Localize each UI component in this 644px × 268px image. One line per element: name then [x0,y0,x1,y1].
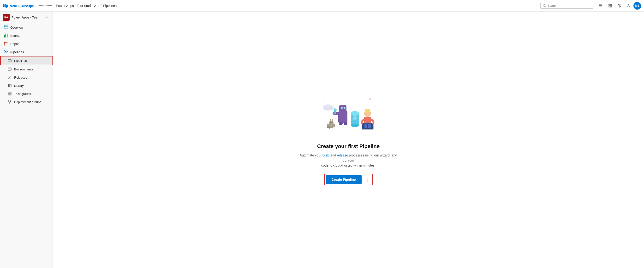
releases-icon [8,75,12,80]
svg-rect-53 [338,111,348,123]
sidebar-item-environments-label: Environments [14,68,33,71]
svg-point-20 [4,42,5,43]
svg-rect-35 [8,84,9,87]
svg-rect-19 [7,34,8,38]
svg-point-77 [365,109,370,112]
environments-icon [8,67,12,71]
svg-point-51 [323,106,328,110]
svg-marker-67 [332,119,334,121]
sidebar-item-pipelines-sub-label: Pipelines [14,59,27,63]
svg-rect-25 [8,59,11,62]
sidebar-item-releases[interactable]: Releases [0,73,52,81]
sidebar-item-repos-label: Repos [10,42,20,46]
add-project-button[interactable]: + [44,15,50,20]
svg-point-75 [353,116,357,120]
svg-rect-9 [610,6,612,7]
svg-point-11 [619,7,619,7]
svg-point-33 [9,76,10,77]
svg-line-1 [545,6,546,7]
user-avatar-button[interactable]: MS [634,2,641,10]
repos-icon [4,42,8,46]
project-header: PA Power Apps - Test Stud... + [0,12,52,23]
svg-point-68 [330,122,331,123]
action-row: Create Pipeline ⋮ [324,174,372,185]
pipelines-header-icon [4,50,8,54]
svg-rect-17 [4,35,5,38]
sidebar-item-deployment-groups-label: Deployment groups [14,100,41,104]
project-avatar: PA [3,14,10,21]
svg-rect-16 [6,28,8,29]
sidebar-item-overview-label: Overview [10,26,23,29]
sidebar-item-environments[interactable]: Environments [0,65,52,73]
search-icon [543,4,546,8]
svg-point-12 [628,5,629,6]
release-link[interactable]: release [337,153,348,157]
svg-point-0 [543,4,545,6]
svg-rect-39 [8,93,11,94]
svg-rect-55 [341,107,343,109]
notifications-button[interactable] [597,2,605,10]
breadcrumb: •••••••••••• / Power Apps - Test Studio … [39,4,538,8]
more-options-icon: ⋮ [365,177,370,182]
svg-rect-82 [368,123,371,128]
sidebar-item-pipelines-header[interactable]: Pipelines [0,48,52,56]
sidebar-item-boards-label: Boards [10,34,20,38]
profile-settings-button[interactable] [624,2,632,10]
breadcrumb-sep1: / [54,4,54,8]
empty-state-description: Automate your build and release processe… [298,153,399,168]
svg-point-21 [6,42,8,43]
svg-point-73 [351,111,359,116]
svg-rect-80 [362,123,373,129]
sidebar-item-deployment-groups[interactable]: Deployment groups [0,98,52,106]
svg-point-46 [324,101,325,102]
svg-rect-6 [609,4,610,6]
app-logo[interactable]: Azure DevOps [3,3,34,9]
svg-rect-8 [609,6,610,7]
azure-devops-logo-icon [3,3,8,9]
shopping-button[interactable] [606,2,614,10]
svg-point-69 [332,122,332,123]
svg-line-44 [9,101,10,102]
user-icon [626,4,630,8]
sidebar-item-repos[interactable]: Repos [0,40,52,48]
help-button[interactable] [615,2,623,10]
svg-point-43 [9,102,10,103]
sidebar-item-boards[interactable]: Boards [0,32,52,40]
sidebar-item-library[interactable]: Library [0,81,52,90]
empty-state-title: Create your first Pipeline [317,143,380,150]
svg-point-48 [374,106,376,107]
build-link[interactable]: build [322,153,330,157]
more-options-button[interactable]: ⋮ [364,175,371,184]
svg-rect-14 [6,26,8,27]
search-input[interactable] [548,4,590,8]
overview-icon [4,25,8,30]
sidebar-item-overview[interactable]: Overview [0,23,52,32]
body-layout: PA Power Apps - Test Stud... + Overview [0,12,644,268]
sidebar-item-releases-label: Releases [14,76,27,79]
svg-point-71 [329,127,331,128]
sidebar-item-task-groups[interactable]: Task groups [0,90,52,98]
svg-point-42 [10,100,11,101]
svg-point-52 [328,106,334,110]
app-name: Azure DevOps [10,4,34,8]
header-icons: MS [597,2,641,10]
empty-state: Create your first Pipeline Automate your… [288,85,408,195]
svg-point-63 [344,122,348,125]
sidebar-item-pipelines-sub[interactable]: Pipelines [0,56,52,65]
svg-rect-81 [364,123,367,128]
search-box[interactable] [540,3,593,9]
create-pipeline-button[interactable]: Create Pipeline [326,175,361,184]
library-icon [8,83,12,88]
main-content: Create your first Pipeline Automate your… [53,12,644,268]
project-name: Power Apps - Test Stud... [12,16,42,19]
top-nav: Azure DevOps •••••••••••• / Power Apps -… [0,0,644,12]
breadcrumb-project[interactable]: Power Apps - Test Studio A... [56,4,99,8]
svg-point-22 [4,45,5,46]
svg-rect-28 [8,68,11,70]
svg-rect-40 [8,94,11,95]
svg-rect-37 [10,84,11,87]
sidebar-item-pipelines-header-label: Pipelines [10,50,24,54]
svg-rect-56 [344,107,346,109]
svg-point-62 [339,122,343,125]
svg-point-61 [334,108,337,110]
